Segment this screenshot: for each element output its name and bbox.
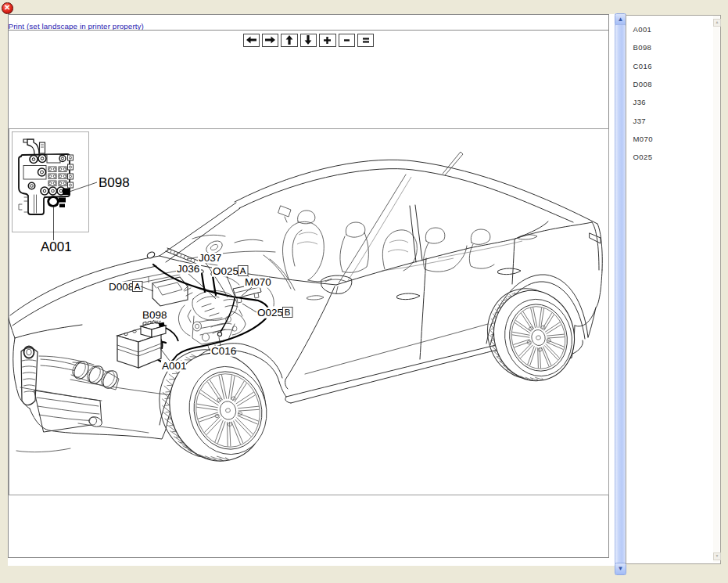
svg-text:A001: A001 [162, 360, 187, 372]
svg-text:A: A [134, 282, 141, 291]
svg-text:B098: B098 [142, 309, 167, 321]
svg-text:M070: M070 [245, 276, 271, 288]
svg-text:J036: J036 [177, 263, 199, 275]
svg-text:O025: O025 [213, 265, 238, 277]
svg-text:J037: J037 [199, 252, 221, 264]
svg-text:A: A [240, 266, 246, 275]
svg-text:C016: C016 [211, 345, 236, 357]
svg-text:B: B [285, 308, 291, 317]
svg-text:D008: D008 [109, 281, 134, 293]
svg-text:O025: O025 [257, 307, 283, 318]
svg-text:B098: B098 [99, 175, 130, 190]
svg-text:A001: A001 [41, 239, 72, 254]
